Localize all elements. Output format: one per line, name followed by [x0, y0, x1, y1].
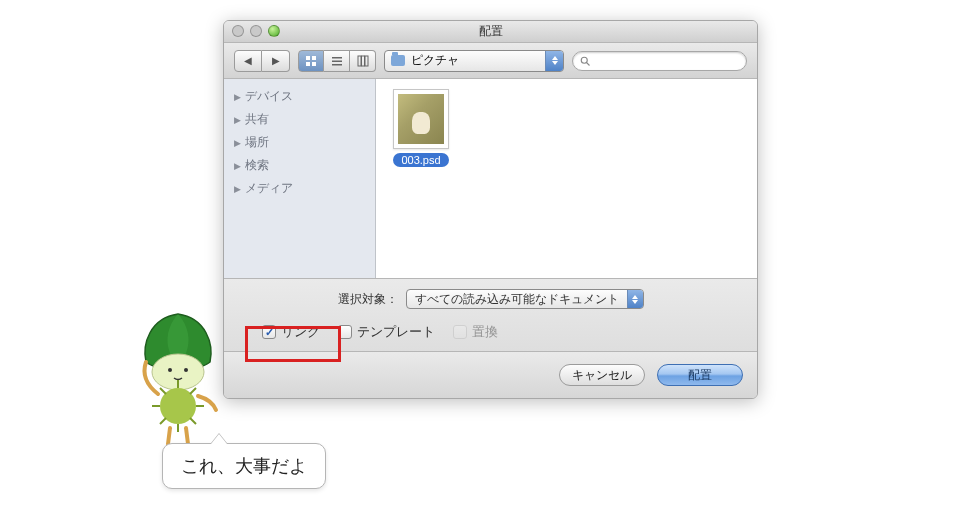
sidebar-item-places[interactable]: ▶場所	[224, 131, 375, 154]
chevron-right-icon: ▶	[234, 161, 241, 171]
chevron-right-icon: ▶	[234, 115, 241, 125]
sidebar-item-label: 場所	[245, 134, 269, 151]
template-checkbox[interactable]: テンプレート	[338, 323, 435, 341]
file-pane[interactable]: 003.psd	[376, 79, 757, 278]
column-view-button[interactable]	[350, 50, 376, 72]
sidebar-item-media[interactable]: ▶メディア	[224, 177, 375, 200]
path-label: ピクチャ	[411, 52, 459, 69]
svg-line-23	[160, 388, 166, 394]
confirm-button[interactable]: 配置	[657, 364, 743, 386]
checkbox-label: テンプレート	[357, 323, 435, 341]
back-button[interactable]: ◀	[234, 50, 262, 72]
filter-label: 選択対象：	[338, 291, 398, 308]
sidebar-item-shared[interactable]: ▶共有	[224, 108, 375, 131]
svg-point-14	[184, 368, 188, 372]
titlebar[interactable]: 配置	[224, 21, 757, 43]
speech-text: これ、大事だよ	[181, 456, 307, 476]
path-dropdown[interactable]: ピクチャ	[384, 50, 564, 72]
file-name: 003.psd	[393, 153, 448, 167]
svg-line-19	[190, 418, 196, 424]
svg-rect-0	[306, 56, 310, 60]
grid-icon	[305, 55, 317, 67]
columns-icon	[357, 55, 369, 67]
chevron-right-icon: ▶	[234, 92, 241, 102]
file-browser: ▶デバイス ▶共有 ▶場所 ▶検索 ▶メディア 003.psd	[224, 79, 757, 279]
speech-bubble: これ、大事だよ	[162, 443, 326, 489]
zoom-icon[interactable]	[268, 25, 280, 37]
svg-point-10	[581, 57, 587, 63]
forward-button[interactable]: ▶	[262, 50, 290, 72]
filter-row: 選択対象： すべての読み込み可能なドキュメント	[238, 289, 743, 309]
chevron-right-icon: ▶	[234, 184, 241, 194]
svg-rect-3	[312, 62, 316, 66]
view-mode-segment	[298, 50, 376, 72]
search-input[interactable]	[572, 51, 747, 71]
svg-point-13	[168, 368, 172, 372]
sidebar-item-label: 共有	[245, 111, 269, 128]
sidebar: ▶デバイス ▶共有 ▶場所 ▶検索 ▶メディア	[224, 79, 376, 278]
svg-rect-6	[332, 64, 342, 66]
file-thumbnail	[393, 89, 449, 149]
list-icon	[331, 55, 343, 67]
sidebar-item-label: デバイス	[245, 88, 293, 105]
svg-line-11	[587, 62, 590, 65]
dropdown-arrows-icon	[545, 51, 563, 71]
file-item[interactable]: 003.psd	[386, 89, 456, 167]
chevron-right-icon: ▶	[234, 138, 241, 148]
filter-value: すべての読み込み可能なドキュメント	[415, 291, 619, 308]
nav-back-forward: ◀ ▶	[234, 50, 290, 72]
minimize-icon[interactable]	[250, 25, 262, 37]
annotation-highlight-box	[245, 326, 341, 362]
svg-line-25	[186, 428, 188, 444]
close-icon[interactable]	[232, 25, 244, 37]
svg-rect-2	[306, 62, 310, 66]
filter-dropdown[interactable]: すべての読み込み可能なドキュメント	[406, 289, 644, 309]
search-icon	[579, 55, 591, 67]
cancel-button[interactable]: キャンセル	[559, 364, 645, 386]
svg-line-24	[168, 428, 170, 444]
svg-line-17	[190, 388, 196, 394]
dropdown-arrows-icon	[627, 290, 643, 308]
sidebar-item-label: メディア	[245, 180, 293, 197]
mascot-character	[128, 310, 228, 450]
svg-rect-5	[332, 60, 342, 62]
checkbox-disabled-icon	[453, 325, 467, 339]
folder-icon	[391, 55, 405, 66]
sidebar-item-devices[interactable]: ▶デバイス	[224, 85, 375, 108]
svg-rect-7	[358, 56, 361, 66]
svg-line-21	[160, 418, 166, 424]
checkbox-label: 置換	[472, 323, 498, 341]
list-view-button[interactable]	[324, 50, 350, 72]
toolbar: ◀ ▶ ピクチャ	[224, 43, 757, 79]
svg-rect-1	[312, 56, 316, 60]
replace-checkbox: 置換	[453, 323, 498, 341]
window-controls	[232, 25, 280, 37]
svg-rect-8	[361, 56, 364, 66]
svg-rect-4	[332, 57, 342, 59]
sidebar-item-label: 検索	[245, 157, 269, 174]
svg-rect-9	[365, 56, 368, 66]
icon-view-button[interactable]	[298, 50, 324, 72]
sidebar-item-search[interactable]: ▶検索	[224, 154, 375, 177]
window-title: 配置	[479, 23, 503, 40]
